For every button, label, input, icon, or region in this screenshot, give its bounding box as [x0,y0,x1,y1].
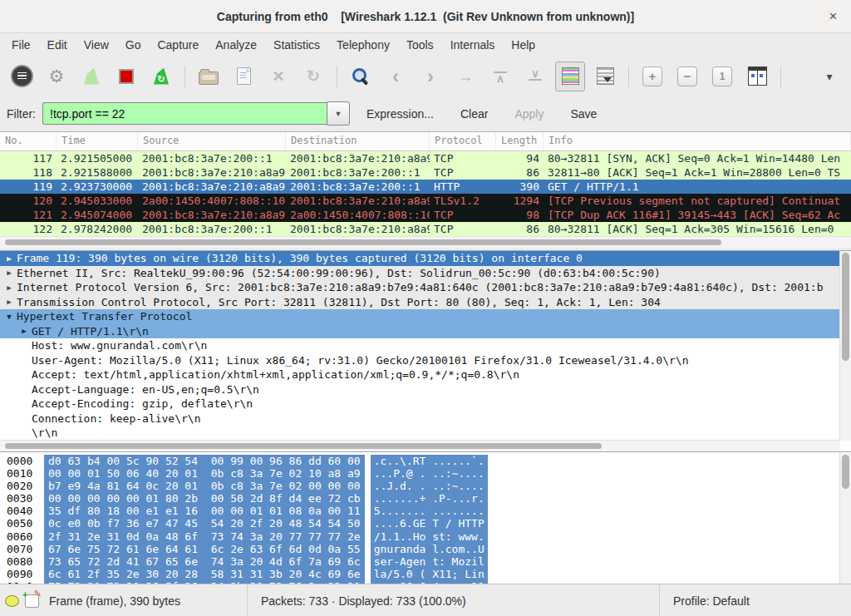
hex-ascii[interactable]: la/5.0 ( X11; Lin [371,568,488,580]
detail-row[interactable]: ▶Transmission Control Protocol, Src Port… [0,295,851,310]
expression-button[interactable]: Expression... [366,107,434,121]
menu-file[interactable]: File [3,35,39,55]
toolbar-button-toolbar-overflow[interactable]: ▾ [814,62,844,91]
hex-ascii[interactable]: ....6.GE T / HTTP [371,517,488,530]
hex-ascii[interactable]: 5....... ........ [371,505,488,517]
toolbar-button-go-to-packet[interactable]: → [450,62,480,91]
packet-row[interactable]: 1222.9782420002001:bc8:3a7e:200::12001:b… [0,222,851,236]
hex-bytes[interactable]: 35 df 80 18 00 e1 e1 16 00 00 01 01 08 0… [44,505,365,517]
hex-bytes[interactable]: 67 6e 75 72 61 6e 64 61 6c 2e 63 6f 6d 0… [44,543,365,555]
detail-row[interactable]: Accept-Language: en-US,en;q=0.5\r\n [0,382,851,397]
apply-button[interactable]: Apply [514,107,544,121]
expert-info-icon[interactable] [5,595,19,607]
hex-bytes[interactable]: 73 65 72 2d 41 67 65 6e 74 3a 20 4d 6f 7… [44,555,365,568]
toolbar-button-zoom-out[interactable]: − [672,62,702,91]
column-header-info[interactable]: Info [544,132,851,150]
detail-row[interactable]: Accept-Encoding: gzip, deflate\r\n [0,397,851,411]
scrollbar-thumb[interactable] [842,455,849,489]
hex-ascii[interactable]: ser-Agen t: Mozil [371,555,488,568]
scrollbar-thumb[interactable] [842,253,849,361]
scrollbar-thumb[interactable] [5,239,721,245]
toolbar-button-list-interfaces[interactable] [7,62,37,91]
detail-row[interactable]: Host: www.gnurandal.com\r\n [0,338,851,353]
toolbar-button-close-capture[interactable]: ✕ [263,62,293,91]
toolbar-button-find-packet[interactable] [346,62,376,91]
hex-ascii[interactable]: ..J.d. . ..:~.... [371,480,488,492]
toolbar-button-reload-capture[interactable]: ↻ [298,62,328,91]
menu-internals[interactable]: Internals [442,35,504,55]
column-header-protocol[interactable]: Protocol [430,132,496,150]
packet-row[interactable]: 1212.9450740002001:bc8:3a7e:210:a8a92a00… [0,208,851,222]
detail-row[interactable]: Accept: text/html,application/xhtml+xml,… [0,367,851,382]
detail-row[interactable]: Connection: keep-alive\r\n [0,411,851,426]
detail-row[interactable]: ▼Hypertext Transfer Protocol [0,309,851,324]
toolbar-button-go-to-bottom[interactable]: ∨ [520,62,550,91]
packet-row[interactable]: 1202.9450330002a00:1450:4007:808::102001… [0,194,851,208]
expander-icon[interactable]: ▶ [4,269,14,277]
menu-go[interactable]: Go [117,35,150,55]
annotate-capture-icon[interactable]: + ✎ [25,594,39,608]
hex-bytes[interactable]: 00 00 00 00 00 01 80 2b 00 50 2d 8f d4 e… [44,492,365,505]
hex-bytes[interactable]: 2f 31 2e 31 0d 0a 48 6f 73 74 3a 20 77 7… [44,530,365,543]
detail-row[interactable]: ▶GET / HTTP/1.1\r\n [0,324,851,339]
column-header-no[interactable]: No. [0,132,57,150]
packet-row[interactable]: 1192.9237300002001:bc8:3a7e:210:a8a92001… [0,180,851,194]
toolbar-button-resize-columns[interactable] [742,62,772,91]
menu-tools[interactable]: Tools [398,35,442,55]
hex-ascii[interactable]: .......+ .P-...r. [371,492,488,505]
expander-icon[interactable]: ▼ [4,313,14,321]
hex-ascii[interactable]: ...P.@ . ..:~.... [371,467,488,480]
menu-view[interactable]: View [76,35,117,55]
detail-row[interactable]: \r\n [0,426,851,441]
toolbar-button-capture-stop[interactable] [111,62,141,91]
expander-icon[interactable]: ▶ [4,254,14,263]
toolbar-button-capture-restart[interactable]: ↻ [146,62,176,91]
clear-button[interactable]: Clear [460,107,488,121]
detail-row[interactable]: ▶Ethernet II, Src: RealtekU_99:00:96 (52… [0,266,851,281]
column-header-source[interactable]: Source [138,132,286,150]
hex-ascii[interactable]: gnuranda l.com..U [371,543,488,555]
packet-row[interactable]: 1182.9215880002001:bc8:3a7e:210:a8a92001… [0,165,851,180]
hex-bytes[interactable]: 6c 61 2f 35 2e 30 20 28 58 31 31 3b 20 4… [44,568,365,580]
toolbar-button-auto-scroll[interactable] [590,62,620,91]
hex-bytes[interactable]: 0c e0 0b f7 36 e7 47 45 54 20 2f 20 48 5… [44,517,365,530]
hex-bytes[interactable]: d0 63 b4 00 5c 90 52 54 00 99 00 96 86 d… [44,455,365,467]
packet-row[interactable]: 1172.9215050002001:bc8:3a7e:200::12001:b… [0,151,851,165]
close-window-button[interactable]: ✕ [822,0,844,32]
filter-dropdown-button[interactable]: ▼ [327,101,350,126]
toolbar-button-capture-start[interactable] [76,62,106,91]
detail-row[interactable]: User-Agent: Mozilla/5.0 (X11; Linux x86_… [0,353,851,368]
menu-telephony[interactable]: Telephony [328,35,398,55]
column-header-length[interactable]: Length [496,132,544,150]
hex-bytes[interactable]: b7 e9 4a 81 64 0c 20 01 0b c8 3a 7e 02 0… [44,480,365,492]
filter-input[interactable] [42,102,327,125]
hex-ascii[interactable]: .c..\.RT ......`. [371,455,488,467]
toolbar-button-go-to-top[interactable]: ∧ [485,62,515,91]
menu-help[interactable]: Help [503,35,544,55]
hex-ascii[interactable]: ux x86_6 4; rv:31 [371,580,488,584]
menu-capture[interactable]: Capture [149,35,207,55]
toolbar-button-colorize[interactable] [555,62,585,91]
menu-statistics[interactable]: Statistics [265,35,328,55]
expander-icon[interactable]: ▶ [4,298,14,306]
hex-ascii[interactable]: /1.1..Ho st: www. [371,530,488,543]
detail-row[interactable]: ▶Frame 119: 390 bytes on wire (3120 bits… [0,251,851,266]
toolbar-button-save-capture[interactable] [229,62,258,91]
menu-analyze[interactable]: Analyze [207,35,265,55]
expander-icon[interactable]: ▶ [19,327,29,335]
toolbar-button-zoom-100[interactable]: 1 [707,62,737,91]
save-button[interactable]: Save [570,107,597,121]
hex-bytes[interactable]: 75 78 20 78 38 36 5f 36 34 3b 20 72 76 3… [44,580,365,584]
toolbar-button-zoom-in[interactable]: + [637,62,667,91]
menu-edit[interactable]: Edit [39,35,76,55]
toolbar-button-go-forward[interactable]: › [416,62,445,91]
toolbar-button-open-capture[interactable] [194,62,224,91]
detail-row[interactable]: ▶Internet Protocol Version 6, Src: 2001:… [0,280,851,295]
hex-bytes[interactable]: 00 00 01 50 06 40 20 01 0b c8 3a 7e 02 1… [44,467,365,480]
expander-icon[interactable]: ▶ [4,283,14,292]
toolbar-button-capture-options[interactable]: ⚙ [42,62,71,91]
column-header-time[interactable]: Time [57,132,138,150]
scrollbar-thumb[interactable] [5,443,602,449]
toolbar-button-go-back[interactable]: ‹ [381,62,411,91]
column-header-destination[interactable]: Destination [286,132,430,150]
